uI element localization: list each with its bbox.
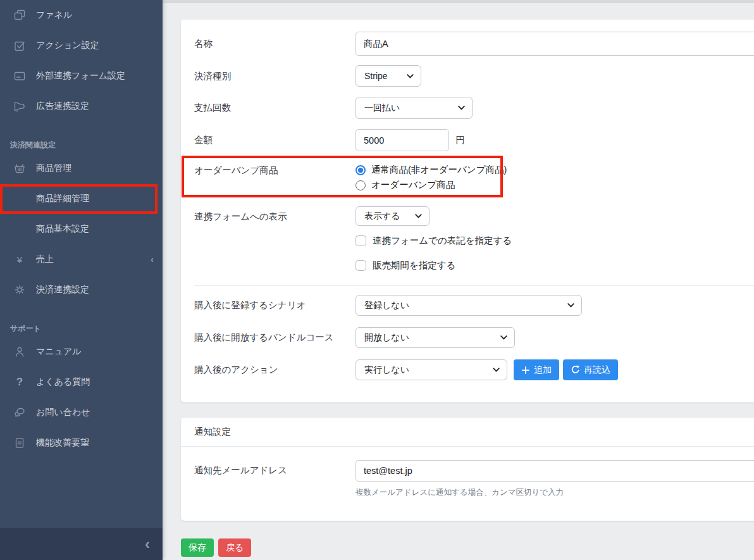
installments-selected-value: 一回払い [364,103,400,114]
row-post-action: 購入後のアクション 実行しない 追加 再読込 [194,359,754,380]
add-action-button[interactable]: 追加 [514,359,559,380]
row-scenario: 購入後に登録するシナリオ 登録しない [194,295,754,316]
form-icon [13,70,26,82]
scenario-select[interactable]: 登録しない [355,295,582,316]
chevron-down-icon [458,106,465,110]
bundle-course-select[interactable]: 開放しない [355,327,515,348]
reload-actions-button-label: 再読込 [584,364,610,376]
order-bump-label: オーダーバンプ商品 [194,163,355,177]
sidebar-item-sales[interactable]: ¥ 売上 ‹ [0,244,163,275]
row-payment-type: 決済種別 Stripe [194,65,754,87]
sidebar-item-label: 商品基本設定 [36,223,89,235]
save-button[interactable]: 保存 [181,538,214,557]
scenario-selected-value: 登録しない [364,300,409,311]
installments-label: 支払回数 [194,102,355,114]
top-shadow-strip [163,0,754,3]
back-button[interactable]: 戻る [218,538,251,557]
post-action-selected-value: 実行しない [364,364,409,376]
chevron-down-icon [493,368,500,372]
sidebar-collapse-button[interactable]: ‹ [0,528,163,560]
amount-input[interactable] [355,129,449,151]
row-order-bump: オーダーバンプ商品 通常商品(非オーダーバンプ商品) オーダーバンプ商品 [194,160,754,192]
chevron-down-icon [415,214,422,218]
scenario-label: 購入後に登録するシナリオ [194,299,355,311]
bundle-course-selected-value: 開放しない [364,332,409,344]
reload-actions-button[interactable]: 再読込 [563,359,618,380]
payment-type-label: 決済種別 [194,70,355,82]
installments-select[interactable]: 一回払い [355,97,473,119]
order-bump-option-normal: 通常商品(非オーダーバンプ商品) [355,163,507,177]
yen-icon: ¥ [13,253,26,266]
custom-notation-checkbox[interactable] [355,235,366,246]
person-icon [13,345,26,358]
sidebar-section-support-title: サポート [0,320,163,337]
sidebar-item-label: 外部連携フォーム設定 [36,70,125,82]
notification-email-label: 通知先メールアドレス [194,460,355,476]
sales-period-checkbox[interactable] [355,260,366,271]
chat-bubbles-icon [13,406,26,419]
sidebar-item-label: アクション設定 [36,40,99,51]
chevron-left-icon: ‹ [151,254,154,264]
name-label: 名称 [194,38,355,50]
sidebar: ファネル アクション設定 外部連携フォーム設定 広告連携設定 決済関連 [0,0,163,560]
basket-icon [13,162,26,175]
sidebar-item-label: 商品詳細管理 [36,193,89,204]
sidebar-item-product-detail-management[interactable]: 商品詳細管理 [0,184,163,214]
gear-icon [13,283,26,296]
section-divider [194,285,754,286]
post-action-label: 購入後のアクション [194,364,355,376]
collapse-chevron-icon: ‹ [145,537,150,552]
plus-icon [521,366,530,375]
custom-notation-checkbox-label: 連携フォームでの表記を指定する [373,235,512,247]
notification-card-title: 通知設定 [181,418,754,447]
sidebar-item-label: 機能改善要望 [36,437,89,449]
payment-type-select[interactable]: Stripe [355,65,421,87]
amount-unit: 円 [455,134,465,146]
sidebar-item-action-settings[interactable]: アクション設定 [0,30,163,61]
question-icon: ? [13,376,26,389]
row-amount: 金額 円 [194,129,754,151]
order-bump-option-bump: オーダーバンプ商品 [355,178,507,192]
check-square-icon [13,39,26,52]
form-display-select[interactable]: 表示する [355,206,430,226]
sidebar-item-ad-settings[interactable]: 広告連携設定 [0,91,163,121]
name-input[interactable] [355,32,754,56]
sidebar-item-contact[interactable]: お問い合わせ [0,397,163,428]
product-detail-card: 名称 決済種別 Stripe 支払回数 一回払い 金額 円 オーダーバンプ商品 [181,20,754,402]
post-action-select[interactable]: 実行しない [355,359,507,380]
add-action-button-label: 追加 [534,364,552,376]
notification-card: 通知設定 通知先メールアドレス 複数メールアドレスに通知する場合、カンマ区切りで… [181,418,754,521]
megaphone-icon [13,100,26,113]
sidebar-item-label: よくある質問 [36,376,90,388]
sidebar-item-label: 広告連携設定 [36,101,89,112]
sidebar-item-label: 売上 [36,254,54,265]
sidebar-item-label: ファネル [36,9,72,21]
sidebar-item-external-form-settings[interactable]: 外部連携フォーム設定 [0,61,163,91]
sidebar-item-payment-link-settings[interactable]: 決済連携設定 [0,275,163,305]
chevron-down-icon [500,335,507,340]
sidebar-item-product-management[interactable]: 商品管理 [0,153,163,184]
row-name: 名称 [194,32,754,56]
row-installments: 支払回数 一回払い [194,97,754,119]
sidebar-item-funnel[interactable]: ファネル [0,0,163,30]
row-notification-email: 通知先メールアドレス 複数メールアドレスに通知する場合、カンマ区切りで入力 [194,460,754,498]
radio-normal-product-label: 通常商品(非オーダーバンプ商品) [371,164,507,176]
radio-order-bump-product[interactable] [355,180,366,190]
checkbox-row-sales-period: 販売期間を指定する [355,259,512,271]
sidebar-item-faq[interactable]: ? よくある質問 [0,367,163,397]
radio-normal-product[interactable] [355,165,366,175]
sidebar-item-manual[interactable]: マニュアル [0,337,163,367]
notification-email-input[interactable] [355,460,754,482]
funnel-icon [13,9,26,22]
sidebar-item-label: お問い合わせ [36,407,90,418]
form-display-label: 連携フォームへの表示 [194,206,355,223]
sidebar-item-feature-request[interactable]: 機能改善要望 [0,428,163,458]
sidebar-item-label: 商品管理 [36,163,71,174]
document-icon [13,437,26,449]
sales-period-checkbox-label: 販売期間を指定する [373,259,456,271]
row-bundle-course: 購入後に開放するバンドルコース 開放しない [194,327,754,348]
checkbox-row-custom-notation: 連携フォームでの表記を指定する [355,235,512,247]
sidebar-item-product-basic-settings[interactable]: 商品基本設定 [0,214,163,244]
row-form-display: 連携フォームへの表示 表示する 連携フォームでの表記を指定する 販売期間を指定す… [194,206,754,271]
form-display-selected-value: 表示する [364,211,400,222]
